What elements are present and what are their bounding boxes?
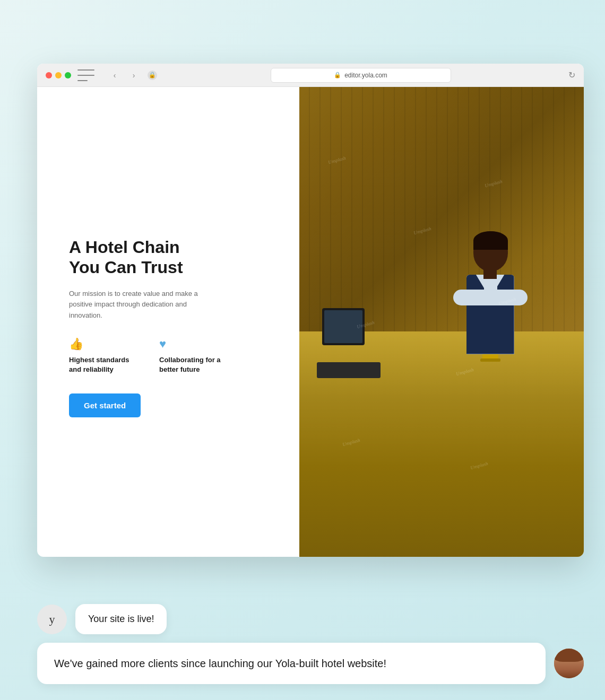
staff-arms xyxy=(453,290,528,305)
hotel-image-panel: Unsplash Unsplash Unsplash Unsplash Unsp… xyxy=(299,87,584,557)
back-button[interactable]: ‹ xyxy=(107,70,122,81)
feature-standards-label: Highest standards and reliability xyxy=(69,355,138,374)
features-list: 👍 Highest standards and reliability ♥ Co… xyxy=(69,337,267,374)
hotel-photo: Unsplash Unsplash Unsplash Unsplash Unsp… xyxy=(299,87,584,557)
address-bar-wrapper: 🔒 editor.yola.com xyxy=(163,68,558,83)
keyboard xyxy=(317,362,381,378)
address-bar[interactable]: 🔒 editor.yola.com xyxy=(271,68,451,83)
main-heading: A Hotel Chain You Can Trust xyxy=(69,237,267,278)
maximize-button[interactable] xyxy=(65,72,71,78)
second-chat-row: We've gained more clients since launchin… xyxy=(37,643,584,684)
website-content: A Hotel Chain You Can Trust Our mission … xyxy=(37,87,584,557)
user-avatar-hair xyxy=(554,649,584,662)
website-left-panel: A Hotel Chain You Can Trust Our mission … xyxy=(37,87,299,557)
traffic-lights xyxy=(46,72,71,78)
staff-hair xyxy=(473,231,508,250)
minimize-button[interactable] xyxy=(55,72,62,78)
hotel-staff-figure xyxy=(448,231,533,369)
nav-controls: ‹ › xyxy=(107,70,141,81)
user-avatar xyxy=(554,649,584,678)
desk-reflection xyxy=(299,331,584,467)
get-started-button[interactable]: Get started xyxy=(69,393,141,417)
yola-avatar: y xyxy=(37,605,67,634)
first-chat-row: y Your site is live! xyxy=(37,604,584,634)
refresh-button[interactable]: ↻ xyxy=(568,70,575,80)
first-chat-bubble: Your site is live! xyxy=(75,604,167,634)
browser-chrome: ‹ › 🔒 🔒 editor.yola.com ↻ xyxy=(37,64,584,87)
forward-button[interactable]: › xyxy=(126,70,141,81)
sidebar-toggle-icon[interactable] xyxy=(77,69,94,81)
browser-window: ‹ › 🔒 🔒 editor.yola.com ↻ A Hotel Chain … xyxy=(37,64,584,557)
wood-grain xyxy=(299,87,584,345)
feature-collaborating-label: Collaborating for a better future xyxy=(159,355,228,374)
url-text: editor.yola.com xyxy=(344,72,387,79)
feature-standards: 👍 Highest standards and reliability xyxy=(69,337,138,374)
first-bubble-text: Your site is live! xyxy=(88,614,154,624)
second-chat-bubble: We've gained more clients since launchin… xyxy=(37,643,546,684)
thumbs-up-icon: 👍 xyxy=(69,337,138,351)
feature-collaborating: ♥ Collaborating for a better future xyxy=(159,337,228,374)
chat-area: y Your site is live! We've gained more c… xyxy=(37,604,584,684)
user-avatar-face xyxy=(554,649,584,678)
heart-icon: ♥ xyxy=(159,337,228,351)
privacy-icon: 🔒 xyxy=(148,71,157,80)
close-button[interactable] xyxy=(46,72,52,78)
tagline-text: Our mission is to create value and make … xyxy=(69,288,218,321)
wood-wall xyxy=(299,87,584,345)
second-bubble-text: We've gained more clients since launchin… xyxy=(54,658,386,669)
